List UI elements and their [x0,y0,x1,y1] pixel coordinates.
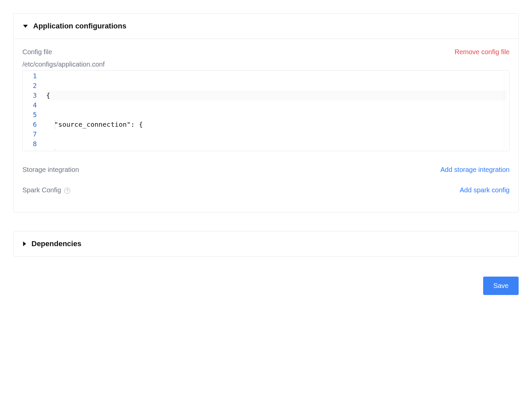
code-gutter: 1 2 3 4 5 6 7 8 [23,71,42,151]
spark-config-row: Spark Config ? Add spark config [22,186,510,194]
line-number: 5 [27,110,37,120]
code-line: { [46,91,507,100]
config-file-header-row: Config file Remove config file [22,48,510,56]
dependencies-title: Dependencies [31,239,81,248]
storage-integration-row: Storage integration Add storage integrat… [22,166,510,174]
line-number: 8 [27,139,37,149]
spark-config-label: Spark Config ? [22,186,70,194]
config-file-editor[interactable]: 1 2 3 4 5 6 7 8 { "source_connection": {… [22,70,510,151]
footer: Save [13,277,519,295]
code-content[interactable]: { "source_connection": { "type": "mysql"… [42,71,509,151]
line-number: 4 [27,100,37,110]
line-number: 3 [27,91,37,100]
config-file-path: /etc/configs/application.conf [22,61,510,68]
line-number: 7 [27,129,37,139]
storage-integration-label: Storage integration [22,166,79,174]
chevron-right-icon [23,241,26,246]
remove-config-file-button[interactable]: Remove config file [454,48,510,56]
dependencies-header[interactable]: Dependencies [14,231,518,256]
save-button[interactable]: Save [483,277,519,295]
code-line: "source_connection": { [46,120,507,129]
help-icon[interactable]: ? [64,188,70,194]
app-config-header[interactable]: Application configurations [14,14,518,38]
add-storage-integration-button[interactable]: Add storage integration [440,166,510,174]
app-config-title: Application configurations [33,22,126,30]
add-spark-config-button[interactable]: Add spark config [460,186,510,194]
line-number: 2 [27,81,37,91]
spark-config-label-text: Spark Config [22,186,61,194]
app-config-panel: Application configurations Config file R… [13,13,519,212]
line-number: 6 [27,120,37,129]
chevron-down-icon [23,25,28,28]
dependencies-panel: Dependencies [13,231,519,257]
code-line: "type": "mysql", [46,149,507,151]
config-file-label: Config file [22,48,52,56]
app-config-body: Config file Remove config file /etc/conf… [14,38,518,212]
line-number: 1 [27,71,37,81]
